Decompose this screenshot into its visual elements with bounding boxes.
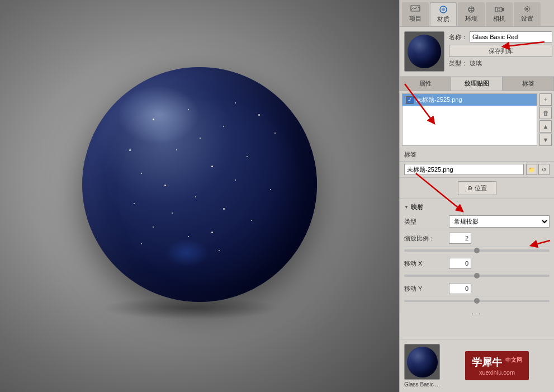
- movex-param-label: 移动 X: [404, 259, 449, 268]
- scene-icon: [410, 4, 421, 13]
- texture-item-label: 未标题-2525.png: [416, 96, 462, 104]
- bottom-sphere-wrap[interactable]: [404, 344, 440, 380]
- bottom-preview: Glass Basic ... 学犀牛 中文网 xuexiniu.com: [400, 339, 554, 392]
- scale-param-control: [449, 233, 550, 244]
- star: [195, 196, 196, 197]
- star: [211, 166, 213, 167]
- tab-material-label: 材质: [437, 15, 449, 23]
- movey-param-row: 移动 Y: [404, 281, 550, 297]
- position-button-row: ⊕ 位置: [400, 178, 554, 199]
- movey-slider-row: [404, 297, 550, 306]
- movex-slider[interactable]: [404, 275, 550, 277]
- move-up-button[interactable]: ▲: [539, 120, 552, 133]
- projection-type-select[interactable]: 常规投影: [449, 215, 550, 228]
- star: [129, 149, 131, 151]
- star: [247, 156, 248, 157]
- movey-param-label: 移动 Y: [404, 285, 449, 293]
- texture-section: ✓ 未标题-2525.png + 🗑 ▲ ▼ 标签 📁 ↺: [400, 91, 554, 178]
- tab-environment-label: 环境: [465, 15, 477, 23]
- type-param-row: 类型 常规投影: [404, 213, 550, 230]
- movey-slider[interactable]: [404, 300, 550, 302]
- position-button[interactable]: ⊕ 位置: [458, 181, 496, 195]
- name-row: 名称：: [449, 31, 552, 42]
- tab-tags[interactable]: 标签: [503, 77, 554, 91]
- material-name-input[interactable]: [470, 31, 552, 42]
- movex-slider-row: [404, 272, 550, 281]
- camera-icon: [494, 4, 505, 13]
- sphere-stars: [82, 67, 317, 302]
- refresh-button[interactable]: ↺: [538, 164, 550, 175]
- main-sphere: [82, 67, 317, 302]
- mapping-header: ▼ 映射: [404, 201, 550, 213]
- mapping-label: 映射: [411, 203, 423, 211]
- texture-side-buttons: + 🗑 ▲ ▼: [539, 93, 552, 146]
- svg-point-7: [498, 8, 500, 11]
- svg-point-9: [526, 8, 528, 10]
- bottom-material-label: Glass Basic ...: [404, 381, 440, 388]
- filename-input[interactable]: [404, 164, 524, 175]
- star: [164, 185, 166, 186]
- star: [200, 138, 201, 139]
- star: [274, 133, 276, 134]
- movey-param-control: [449, 283, 550, 294]
- tab-material[interactable]: 材质: [430, 2, 457, 26]
- movex-slider-thumb: [474, 273, 480, 278]
- filename-buttons: 📁 ↺: [526, 164, 550, 175]
- bottom-thumbnail: Glass Basic ...: [404, 344, 440, 388]
- watermark-area: 学犀牛 中文网 xuexiniu.com: [444, 344, 550, 388]
- tab-settings[interactable]: 设置: [514, 2, 541, 26]
- add-texture-button[interactable]: +: [539, 93, 552, 106]
- scale-param-row: 缩放比例：: [404, 230, 550, 247]
- texture-filename-row: 📁 ↺: [400, 161, 554, 177]
- movex-value-input[interactable]: [449, 258, 471, 269]
- tab-camera[interactable]: 相机: [486, 2, 513, 26]
- tag-label: 标签: [404, 150, 416, 159]
- material-icon: [438, 5, 449, 14]
- delete-texture-button[interactable]: 🗑: [539, 107, 552, 119]
- name-label: 名称：: [449, 33, 467, 41]
- movey-value-input[interactable]: [449, 283, 471, 294]
- tab-project-label: 项目: [409, 15, 422, 23]
- svg-point-2: [442, 8, 445, 11]
- star: [270, 189, 271, 190]
- scale-value-input[interactable]: [449, 233, 471, 244]
- type-label: 类型：: [449, 59, 467, 68]
- position-button-label: 位置: [475, 184, 487, 192]
- tab-environment[interactable]: 环境: [458, 2, 485, 26]
- tab-settings-label: 设置: [521, 15, 533, 23]
- texture-list-item[interactable]: ✓ 未标题-2525.png: [403, 94, 537, 106]
- texture-list: ✓ 未标题-2525.png: [402, 93, 537, 146]
- scale-slider[interactable]: [404, 249, 550, 252]
- tab-project[interactable]: 项目: [402, 2, 429, 26]
- type-param-label: 类型: [404, 218, 449, 226]
- star: [211, 232, 213, 233]
- tab-texture-map[interactable]: 纹理贴图: [451, 77, 503, 91]
- star: [251, 220, 252, 221]
- star: [141, 173, 142, 174]
- viewport: [0, 0, 399, 392]
- type-value: 玻璃: [470, 59, 482, 68]
- environment-icon: [466, 4, 477, 13]
- triangle-icon: ▼: [404, 205, 409, 210]
- star: [172, 212, 173, 214]
- star: [188, 236, 189, 237]
- tab-camera-label: 相机: [493, 15, 505, 23]
- star: [153, 119, 154, 120]
- texture-checkbox[interactable]: ✓: [406, 96, 414, 104]
- bottom-sphere: [407, 347, 438, 377]
- top-tabs: 项目 材质 环境: [400, 0, 554, 27]
- nebula-glow: [164, 239, 209, 267]
- scale-param-label: 缩放比例：: [404, 234, 449, 243]
- browse-file-button[interactable]: 📁: [526, 164, 537, 175]
- movex-param-row: 移动 X: [404, 256, 550, 272]
- tab-properties[interactable]: 属性: [400, 77, 451, 91]
- star: [141, 243, 142, 244]
- preview-sphere: [408, 35, 441, 68]
- star: [134, 203, 135, 204]
- movex-param-control: [449, 258, 550, 269]
- watermark-url: xuexiniu.com: [472, 369, 522, 376]
- save-to-library-button[interactable]: 保存到库: [449, 45, 552, 57]
- texture-tag-row: 标签: [400, 148, 554, 161]
- material-preview: 名称： 保存到库 类型： 玻璃: [400, 27, 554, 77]
- move-down-button[interactable]: ▼: [539, 134, 552, 146]
